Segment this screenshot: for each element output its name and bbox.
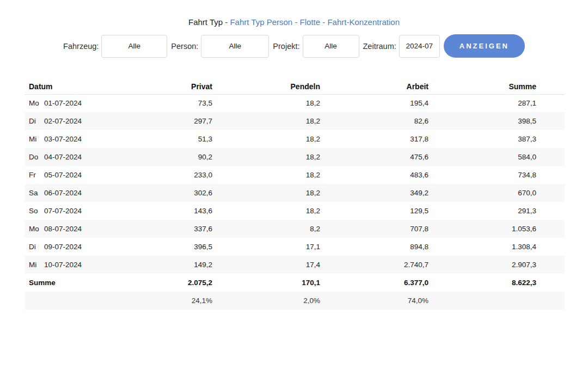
pendeln-cell: 17,4 [212, 256, 320, 274]
table-row: Fr 05-07-2024 233,0 18,2 483,6 734,8 [24, 166, 565, 184]
day-cell: So [24, 202, 44, 220]
header-privat: Privat [105, 79, 212, 94]
total-arbeit-cell: 6.377,0 [320, 274, 428, 292]
pendeln-cell: 17,1 [212, 238, 320, 256]
date-cell: 06-07-2024 [44, 184, 105, 202]
projekt-input[interactable] [303, 35, 359, 58]
day-cell: Do [24, 148, 44, 166]
pendeln-cell: 18,2 [212, 94, 320, 112]
summe-cell: 670,0 [428, 184, 565, 202]
privat-cell: 143,6 [105, 202, 212, 220]
nav-current-fahrt-typ: Fahrt Typ [188, 17, 223, 27]
date-cell: 03-07-2024 [44, 130, 105, 148]
table-row: Do 04-07-2024 90,2 18,2 475,6 584,0 [24, 148, 565, 166]
filter-field-projekt: Projekt: [273, 35, 363, 58]
table-row: Di 09-07-2024 396,5 17,1 894,8 1.308,4 [24, 238, 565, 256]
total-summe-cell: 8.622,3 [428, 274, 565, 292]
header-pendeln: Pendeln [212, 79, 320, 94]
filter-field-person: Person: [171, 35, 273, 58]
total-label-cell: Summe [24, 274, 105, 292]
pendeln-cell: 18,2 [212, 166, 320, 184]
percent-privat-cell: 24,1% [105, 292, 212, 310]
header-summe: Summe [428, 79, 565, 94]
day-cell: Mi [24, 130, 44, 148]
header-arbeit: Arbeit [320, 79, 428, 94]
privat-cell: 233,0 [105, 166, 212, 184]
privat-cell: 149,2 [105, 256, 212, 274]
day-cell: Mo [24, 94, 44, 112]
pendeln-cell: 8,2 [212, 220, 320, 238]
privat-cell: 297,7 [105, 112, 212, 130]
arbeit-cell: 195,4 [320, 94, 428, 112]
filter-field-fahrzeug: Fahrzeug: [63, 35, 171, 58]
pendeln-cell: 18,2 [212, 112, 320, 130]
total-privat-cell: 2.075,2 [105, 274, 212, 292]
percent-row: 24,1% 2,0% 74,0% [24, 292, 565, 310]
table-row: So 07-07-2024 143,6 18,2 129,5 291,3 [24, 202, 565, 220]
day-cell: Di [24, 112, 44, 130]
arbeit-cell: 475,6 [320, 148, 428, 166]
percent-pendeln-cell: 2,0% [212, 292, 320, 310]
table-header-row: Datum Privat Pendeln Arbeit Summe [24, 79, 565, 94]
table-row: Sa 06-07-2024 302,6 18,2 349,2 670,0 [24, 184, 565, 202]
date-cell: 05-07-2024 [44, 166, 105, 184]
date-cell: 09-07-2024 [44, 238, 105, 256]
privat-cell: 51,3 [105, 130, 212, 148]
pendeln-cell: 18,2 [212, 148, 320, 166]
arbeit-cell: 2.740,7 [320, 256, 428, 274]
nav-link-fahrt-typ-person[interactable]: Fahrt Typ Person [230, 17, 292, 27]
nav-separator: - [295, 17, 297, 27]
nav-separator: - [322, 17, 325, 27]
summe-cell: 1.308,4 [428, 238, 565, 256]
summe-cell: 1.053,6 [428, 220, 565, 238]
filter-bar: Fahrzeug: Person: Projekt: Zeitraum: ANZ… [0, 34, 588, 58]
summe-cell: 584,0 [428, 148, 565, 166]
summe-cell: 2.907,3 [428, 256, 565, 274]
anzeigen-button[interactable]: ANZEIGEN [444, 34, 525, 58]
zeitraum-input[interactable] [399, 35, 440, 58]
summe-cell: 398,5 [428, 112, 565, 130]
pendeln-cell: 18,2 [212, 130, 320, 148]
trip-type-table: Datum Privat Pendeln Arbeit Summe Mo 01-… [24, 79, 565, 310]
date-cell: 08-07-2024 [44, 220, 105, 238]
privat-cell: 337,6 [105, 220, 212, 238]
fahrzeug-input[interactable] [101, 35, 167, 58]
arbeit-cell: 82,6 [320, 112, 428, 130]
nav-link-fahrt-konzentration[interactable]: Fahrt-Konzentration [327, 17, 400, 27]
date-cell: 01-07-2024 [44, 94, 105, 112]
trip-type-table-container: Datum Privat Pendeln Arbeit Summe Mo 01-… [24, 79, 565, 310]
privat-cell: 302,6 [105, 184, 212, 202]
breadcrumb: Fahrt Typ - Fahrt Typ Person - Flotte - … [0, 0, 588, 27]
summe-cell: 387,3 [428, 130, 565, 148]
table-row: Mo 01-07-2024 73,5 18,2 195,4 287,1 [24, 94, 565, 112]
privat-cell: 90,2 [105, 148, 212, 166]
arbeit-cell: 894,8 [320, 238, 428, 256]
table-row: Mo 08-07-2024 337,6 8,2 707,8 1.053,6 [24, 220, 565, 238]
percent-label-cell [24, 292, 105, 310]
nav-separator: - [225, 17, 228, 27]
day-cell: Sa [24, 184, 44, 202]
day-cell: Di [24, 238, 44, 256]
date-cell: 10-07-2024 [44, 256, 105, 274]
day-cell: Mi [24, 256, 44, 274]
date-cell: 07-07-2024 [44, 202, 105, 220]
fahrzeug-label: Fahrzeug: [63, 42, 99, 51]
date-cell: 04-07-2024 [44, 148, 105, 166]
privat-cell: 73,5 [105, 94, 212, 112]
nav-link-flotte[interactable]: Flotte [300, 17, 321, 27]
privat-cell: 396,5 [105, 238, 212, 256]
day-cell: Mo [24, 220, 44, 238]
summe-cell: 291,3 [428, 202, 565, 220]
table-body: Mo 01-07-2024 73,5 18,2 195,4 287,1 Di 0… [24, 94, 565, 274]
arbeit-cell: 483,6 [320, 166, 428, 184]
person-label: Person: [171, 42, 198, 51]
zeitraum-label: Zeitraum: [363, 42, 396, 51]
arbeit-cell: 317,8 [320, 130, 428, 148]
summe-cell: 287,1 [428, 94, 565, 112]
arbeit-cell: 349,2 [320, 184, 428, 202]
date-cell: 02-07-2024 [44, 112, 105, 130]
person-input[interactable] [201, 35, 269, 58]
projekt-label: Projekt: [273, 42, 299, 51]
table-row: Mi 03-07-2024 51,3 18,2 317,8 387,3 [24, 130, 565, 148]
percent-arbeit-cell: 74,0% [320, 292, 428, 310]
